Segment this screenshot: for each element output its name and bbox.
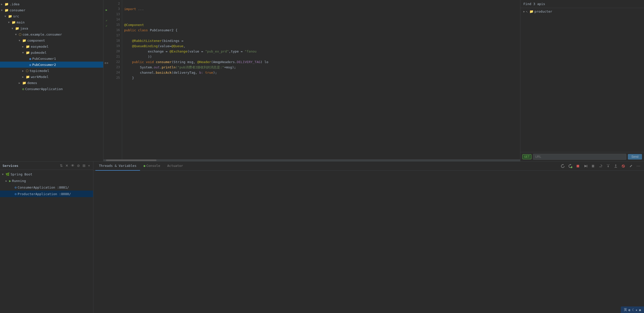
- debug-stepinto-btn[interactable]: [605, 163, 611, 169]
- status-circle: ◉: [639, 308, 641, 312]
- code-line-23: System. out . println ("pub消费者2接收到的消息是:"…: [124, 65, 518, 70]
- str-fanout: "fanou: [245, 49, 256, 54]
- kw-true: true: [205, 70, 213, 75]
- tree-label-pubconsumer2: PubConsumer2: [32, 63, 56, 67]
- ann-queue: @Queue: [172, 43, 183, 49]
- gutter-empty-20: [103, 50, 110, 55]
- api-url-bar: GET Send: [520, 152, 644, 161]
- springboot-label: Spring Boot: [11, 172, 32, 176]
- rerun-icon: [561, 164, 565, 168]
- tree-arrow-topicmodel: ▶: [22, 69, 26, 72]
- services-toolbar: ⇅ ✕ 👁 ⊘ ⊞ +: [59, 163, 91, 168]
- service-item-springboot[interactable]: ▼ 🌿 Spring Boot: [0, 171, 93, 177]
- toolbar-arrows-btn[interactable]: ⇅: [59, 163, 63, 168]
- tree-item-easymodel[interactable]: ▶ 📁 easymodel: [0, 43, 103, 49]
- debug-stepover-btn[interactable]: [597, 163, 604, 169]
- code-line-18: @RabbitListener (bindings =: [124, 38, 518, 43]
- line-22-icon2: ⊕: [107, 62, 108, 64]
- svg-marker-13: [615, 164, 616, 165]
- tab-actuator-label: Actuator: [167, 164, 183, 168]
- ann-header: @Header: [197, 59, 211, 65]
- gutter-empty-17: [103, 34, 110, 39]
- java-file-icon-2: ◉: [29, 63, 31, 67]
- tree-item-demos[interactable]: ▶ 📁 demos: [0, 80, 103, 86]
- toolbar-close-btn[interactable]: ✕: [65, 163, 69, 168]
- kw-void-22: void: [146, 59, 154, 65]
- gutter-arrow-3: ▶: [103, 7, 110, 13]
- plain-23b: .: [160, 65, 162, 70]
- str-pub-ex: "pub_ex_prd": [205, 49, 229, 54]
- tree-item-pubconsumer1[interactable]: ◉ PubConsumer1: [0, 56, 103, 62]
- api-panel: Find 3 apis ▶ ↖ 📁 producter GET Send: [520, 0, 644, 161]
- code-line-21: )): [124, 54, 518, 59]
- debug-rerun-btn[interactable]: [559, 163, 566, 169]
- gutter-icons: ▶ ✓ ✓ ⊞ ⊕: [103, 0, 110, 159]
- service-item-running[interactable]: ▶ ▶ Running: [0, 177, 93, 184]
- tree-arrow-workmodel: ▶: [22, 75, 26, 78]
- toolbar-eye-btn[interactable]: 👁: [70, 163, 75, 168]
- tree-item-java[interactable]: ▼ 📁 java: [0, 25, 103, 31]
- tree-item-component[interactable]: ▼ 📁 component: [0, 37, 103, 43]
- tree-item-main[interactable]: ▼ 📁 main: [0, 19, 103, 25]
- service-item-consumer-app[interactable]: ⚙ ConsumerApplication :8081/: [0, 184, 93, 191]
- code-line-25: }: [124, 75, 518, 81]
- folder-icon-producter: 📁: [529, 10, 533, 13]
- kw-public-22: public: [132, 59, 144, 65]
- plain-24c: [203, 70, 205, 75]
- tab-threads-variables[interactable]: Threads & Variables: [95, 162, 140, 171]
- plain-24a: channel.: [124, 70, 156, 75]
- method-badge[interactable]: GET: [522, 154, 531, 159]
- tree-item-pubconsumer2[interactable]: ◉ PubConsumer2: [0, 62, 103, 68]
- send-button[interactable]: Send: [628, 154, 642, 160]
- tree-item-src[interactable]: ▼ 📁 src: [0, 13, 103, 19]
- plain-25: }: [124, 75, 134, 81]
- scrollbar-thumb[interactable]: [106, 160, 156, 161]
- service-item-producer-app[interactable]: ⚙ ProducterApplication :8080/: [0, 191, 93, 197]
- tree-label-topicmodel: topicmodel: [30, 69, 49, 73]
- debug-edit-btn[interactable]: [628, 163, 634, 169]
- tree-item-consumerapplication[interactable]: ✿ ConsumerApplication: [0, 86, 103, 92]
- tree-item-package[interactable]: ▼ ⬡ com.example.consumer: [0, 31, 103, 37]
- svg-rect-5: [593, 165, 594, 167]
- plain-20b: ,type =: [229, 49, 245, 54]
- debug-resume-btn[interactable]: [582, 163, 589, 169]
- services-content: ▼ 🌿 Spring Boot ▶ ▶ Running ⚙ ConsumerAp…: [0, 170, 93, 313]
- debug-mute-btn[interactable]: [620, 163, 627, 169]
- status-bar: 英 ◐ ☾ ★ ◉: [621, 306, 644, 313]
- code-line-22: public void consumer (String msg, @Heade…: [124, 59, 518, 65]
- debug-pause-btn[interactable]: [590, 163, 596, 169]
- edit-icon: [629, 164, 633, 168]
- debug-stop-btn[interactable]: [575, 163, 581, 169]
- toolbar-filter-btn[interactable]: ⊘: [76, 163, 80, 168]
- api-tree-item-producter[interactable]: ▶ ↖ 📁 producter: [520, 8, 644, 15]
- plain-22c: (String msg,: [172, 59, 197, 65]
- code-view[interactable]: import ... @Component public class PubCo…: [122, 0, 520, 159]
- tree-item-idea[interactable]: ▶ 📁 .idea: [0, 1, 103, 7]
- fn-println: println: [162, 65, 176, 70]
- code-line-19: @QueueBinding (value= @Queue ,: [124, 43, 518, 49]
- editor-scrollbar[interactable]: [103, 159, 520, 161]
- ann-rabbitlistener: @RabbitListener: [132, 38, 162, 43]
- tab-console[interactable]: ● Console: [140, 162, 164, 171]
- api-cursor-indicator: ↖: [526, 10, 528, 13]
- debug-more-btn[interactable]: ⋯: [635, 163, 642, 169]
- var-b: b:: [199, 70, 203, 75]
- tree-label-workmodel: workModel: [31, 75, 48, 79]
- var-delivery-tag: DELIVERY_TAG: [237, 59, 260, 65]
- tab-actuator[interactable]: Actuator: [164, 162, 187, 171]
- tree-item-topicmodel[interactable]: ▶ ⬡ topicmodel: [0, 68, 103, 74]
- toolbar-add-btn[interactable]: +: [88, 163, 91, 168]
- debug-stepout-btn[interactable]: [612, 163, 619, 169]
- url-input[interactable]: [533, 154, 626, 160]
- tree-label-component: component: [27, 39, 45, 42]
- gutter-empty-21: [103, 55, 110, 60]
- tree-item-pubmodel[interactable]: ▼ 📁 pubmodel: [0, 49, 103, 56]
- tab-threads-label: Threads & Variables: [99, 164, 137, 168]
- plain-21: )): [124, 54, 152, 59]
- toolbar-group-btn[interactable]: ⊞: [82, 163, 86, 168]
- tree-item-consumer[interactable]: ▼ 📁 consumer: [0, 7, 103, 13]
- ln-15: 15: [110, 22, 120, 28]
- tree-item-workmodel[interactable]: ▶ 📁 workModel: [0, 74, 103, 80]
- debug-rerun2-btn[interactable]: [567, 163, 574, 169]
- code-line-16: public class PubConsumer2 {: [124, 28, 518, 33]
